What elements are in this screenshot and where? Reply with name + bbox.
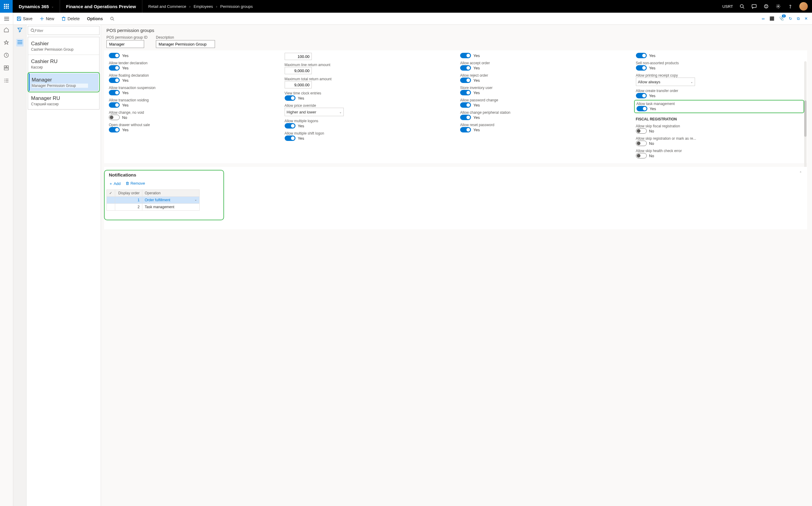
col-display-order[interactable]: Display order: [115, 190, 142, 197]
search-icon[interactable]: [739, 3, 745, 9]
col-check[interactable]: ✓: [107, 190, 115, 197]
toggle[interactable]: [636, 141, 647, 146]
svg-point-13: [766, 6, 766, 6]
toggle-value: No: [649, 129, 654, 134]
workspace-icon[interactable]: [4, 65, 10, 71]
toggle[interactable]: [460, 78, 471, 83]
delete-button[interactable]: Delete: [58, 13, 83, 25]
select-input[interactable]: Allow always⌄: [636, 78, 695, 86]
preview-title: Finance and Operations Preview: [60, 0, 142, 13]
save-button[interactable]: Save: [13, 13, 36, 25]
refresh-icon[interactable]: ↻: [789, 16, 792, 21]
toggle[interactable]: [460, 65, 471, 71]
field-label: Allow reset password: [460, 123, 627, 127]
remove-button[interactable]: 🗑 Remove: [125, 181, 145, 186]
field-label: View time clock entries: [285, 91, 451, 95]
toggle[interactable]: [636, 106, 647, 111]
list-icon[interactable]: [16, 39, 23, 47]
new-button[interactable]: New: [36, 13, 58, 25]
number-input[interactable]: [285, 53, 312, 60]
waffle-icon[interactable]: [0, 0, 13, 13]
help-icon[interactable]: [787, 3, 793, 9]
toggle-value: Yes: [474, 54, 480, 58]
svg-rect-4: [6, 6, 7, 7]
office-icon[interactable]: ⬛: [770, 16, 774, 21]
col-operation[interactable]: Operation: [142, 190, 200, 197]
list-item[interactable]: Cashier RU Кассир: [28, 55, 99, 73]
notifications-table: ✓ Display order Operation 1 Order fulfil…: [106, 189, 200, 210]
field-label: Allow task management: [636, 102, 802, 106]
add-button[interactable]: ＋ Add: [109, 181, 121, 186]
desc-input[interactable]: [156, 40, 215, 48]
cmd-search-icon[interactable]: [106, 13, 118, 25]
close-icon[interactable]: ✕: [804, 16, 808, 21]
filter-input-wrap[interactable]: [28, 26, 100, 35]
list-item-selected[interactable]: Manager Manager Permission Group: [29, 73, 99, 91]
field-label: Allow transaction voiding: [109, 98, 276, 102]
star-icon[interactable]: [4, 40, 10, 46]
chat-icon[interactable]: [751, 3, 757, 9]
table-row[interactable]: 1 Order fulfillment ⌄: [107, 197, 200, 204]
cell-order: 2: [115, 204, 142, 210]
select-input[interactable]: Higher and lower⌄: [285, 108, 344, 116]
toggle[interactable]: [460, 102, 471, 108]
toggle[interactable]: [285, 123, 296, 129]
org-label[interactable]: USRT: [722, 4, 733, 9]
breadcrumb: Retail and Commerce › Employees › Permis…: [142, 4, 718, 9]
field-label: Allow change peripheral station: [460, 110, 627, 115]
crumb-0[interactable]: Retail and Commerce: [148, 4, 186, 9]
id-input[interactable]: [106, 40, 144, 48]
field-label: Open drawer without sale: [109, 123, 276, 127]
toggle[interactable]: [109, 78, 120, 83]
toggle[interactable]: [109, 102, 120, 108]
toggle[interactable]: [636, 53, 647, 58]
toggle[interactable]: [109, 65, 120, 71]
gear-icon[interactable]: [775, 3, 781, 9]
toggle[interactable]: [109, 115, 120, 120]
scroll-thumb[interactable]: [804, 100, 807, 137]
home-icon[interactable]: [4, 27, 10, 33]
smile-icon[interactable]: [763, 3, 769, 9]
funnel-icon[interactable]: [17, 27, 23, 33]
table-row[interactable]: 2 Task management: [107, 204, 200, 210]
toggle[interactable]: [285, 95, 296, 101]
filter-input[interactable]: [35, 28, 97, 33]
crumb-1[interactable]: Employees: [194, 4, 213, 9]
user-avatar[interactable]: [799, 2, 808, 11]
crumb-2[interactable]: Permission groups: [220, 4, 253, 9]
toggle[interactable]: [285, 136, 296, 141]
list-item[interactable]: Cashier Cashier Permission Group: [28, 37, 99, 55]
id-label: POS permission group ID: [106, 35, 147, 39]
number-input[interactable]: [285, 67, 312, 74]
list-item[interactable]: Manager RU Старший кассир: [28, 92, 99, 109]
toggle[interactable]: [460, 127, 471, 133]
modules-icon[interactable]: [4, 78, 10, 84]
chevron-up-icon[interactable]: ⌃: [799, 171, 802, 174]
toggle[interactable]: [109, 90, 120, 95]
link-icon[interactable]: ∞: [762, 16, 765, 21]
toggle[interactable]: [636, 93, 647, 98]
field-label: Allow accept order: [460, 61, 627, 65]
options-button[interactable]: Options: [83, 13, 106, 25]
toggle[interactable]: [109, 127, 120, 133]
toggle[interactable]: [109, 53, 120, 58]
chevron-right-icon: ›: [216, 4, 217, 9]
toggle[interactable]: [460, 115, 471, 120]
number-input[interactable]: [285, 81, 312, 88]
toggle[interactable]: [636, 65, 647, 71]
toggle[interactable]: [460, 53, 471, 58]
attach-icon[interactable]: 📎0: [779, 16, 784, 21]
svg-rect-0: [4, 4, 5, 5]
toggle-value: Yes: [474, 115, 480, 120]
toggle-value: Yes: [122, 90, 128, 95]
hamburger-icon[interactable]: [0, 13, 13, 25]
toggle[interactable]: [636, 153, 647, 158]
toggle-value: Yes: [298, 136, 304, 141]
toggle[interactable]: [460, 90, 471, 95]
popout-icon[interactable]: ⧉: [797, 16, 800, 21]
app-name[interactable]: Dynamics 365 ⌄: [13, 0, 60, 13]
chevron-down-icon[interactable]: ⌄: [195, 198, 197, 201]
toggle[interactable]: [636, 128, 647, 134]
svg-point-14: [767, 6, 767, 6]
clock-icon[interactable]: [4, 53, 10, 59]
